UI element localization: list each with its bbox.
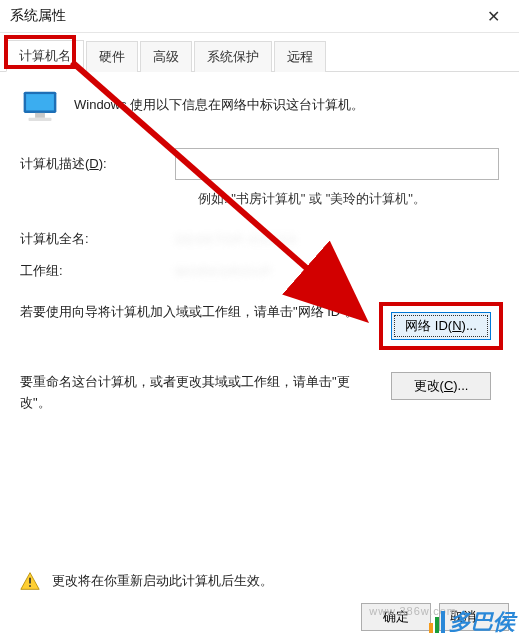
tab-remote[interactable]: 远程 xyxy=(274,41,326,72)
intro-text: Windows 使用以下信息在网络中标识这台计算机。 xyxy=(74,90,364,114)
warning-icon xyxy=(20,571,40,591)
network-id-button-wrap: 网络 ID(N)... xyxy=(383,302,499,350)
computer-description-label: 计算机描述(D): xyxy=(20,155,175,173)
tab-content: Windows 使用以下信息在网络中标识这台计算机。 计算机描述(D): 例如:… xyxy=(0,72,519,414)
workgroup-label: 工作组: xyxy=(20,262,175,280)
annotation-netid-highlight: 网络 ID(N)... xyxy=(379,302,503,350)
network-id-block: 若要使用向导将计算机加入域或工作组，请单击"网络 ID"。 网络 ID(N)..… xyxy=(20,302,499,350)
titlebar: 系统属性 ✕ xyxy=(0,0,519,33)
svg-rect-3 xyxy=(29,118,52,121)
ok-button[interactable]: 确定 xyxy=(361,603,431,631)
workgroup-value: WORKGROUP xyxy=(175,264,272,279)
svg-rect-7 xyxy=(29,578,31,584)
close-icon: ✕ xyxy=(487,7,500,26)
full-computer-name-label: 计算机全名: xyxy=(20,230,175,248)
computer-description-hint: 例如: "书房计算机" 或 "美玲的计算机"。 xyxy=(198,190,499,208)
change-button[interactable]: 更改(C)... xyxy=(391,372,491,400)
system-properties-window: 系统属性 ✕ 计算机名 硬件 高级 系统保护 远程 Windows 使用以下信息… xyxy=(0,0,519,639)
computer-icon xyxy=(20,90,60,126)
workgroup-row: 工作组: WORKGROUP xyxy=(20,262,499,280)
tab-advanced[interactable]: 高级 xyxy=(140,41,192,72)
window-title: 系统属性 xyxy=(10,7,473,25)
close-button[interactable]: ✕ xyxy=(473,2,513,30)
tab-hardware[interactable]: 硬件 xyxy=(86,41,138,72)
restart-notice-text: 更改将在你重新启动此计算机后生效。 xyxy=(52,572,273,590)
svg-rect-1 xyxy=(26,94,54,110)
change-desc: 要重命名这台计算机，或者更改其域或工作组，请单击"更改"。 xyxy=(20,372,363,414)
cancel-button[interactable]: 取消 xyxy=(439,603,509,631)
change-button-wrap: 更改(C)... xyxy=(383,372,499,400)
svg-rect-8 xyxy=(29,585,31,587)
dialog-buttons: 确定 取消 xyxy=(361,603,509,631)
network-id-desc: 若要使用向导将计算机加入域或工作组，请单击"网络 ID"。 xyxy=(20,302,363,323)
tab-computer-name[interactable]: 计算机名 xyxy=(6,40,84,72)
tab-system-protection[interactable]: 系统保护 xyxy=(194,41,272,72)
change-block: 要重命名这台计算机，或者更改其域或工作组，请单击"更改"。 更改(C)... xyxy=(20,372,499,414)
svg-rect-2 xyxy=(35,113,45,118)
tab-strip: 计算机名 硬件 高级 系统保护 远程 xyxy=(0,33,519,72)
computer-description-row: 计算机描述(D): xyxy=(20,148,499,180)
restart-notice: 更改将在你重新启动此计算机后生效。 xyxy=(20,571,273,591)
computer-description-input[interactable] xyxy=(175,148,499,180)
full-computer-name-value: DESKTOP-XXXXX xyxy=(175,232,298,247)
network-id-button[interactable]: 网络 ID(N)... xyxy=(391,312,491,340)
full-computer-name-row: 计算机全名: DESKTOP-XXXXX xyxy=(20,230,499,248)
intro-row: Windows 使用以下信息在网络中标识这台计算机。 xyxy=(20,90,499,126)
